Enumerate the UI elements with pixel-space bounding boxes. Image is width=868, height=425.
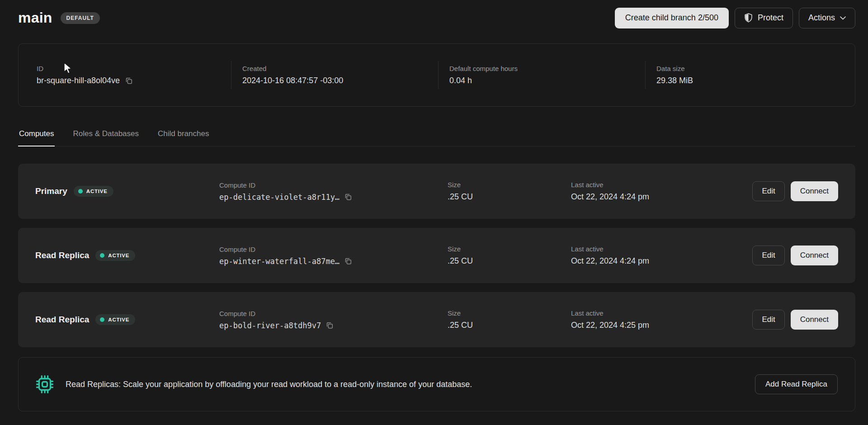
actions-label: Actions	[808, 13, 835, 23]
data-size-value: 29.38 MiB	[656, 76, 855, 85]
compute-name-group: Primary ACTIVE	[35, 186, 219, 197]
protect-button[interactable]: Protect	[735, 8, 793, 28]
branch-title-group: main DEFAULT	[18, 9, 100, 26]
tab-child-branches[interactable]: Child branches	[157, 129, 210, 146]
connect-button[interactable]: Connect	[791, 246, 838, 265]
computes-list: Primary ACTIVE Compute ID ep-delicate-vi…	[18, 164, 855, 347]
tab-computes[interactable]: Computes	[18, 129, 55, 146]
last-active-cell: Last active Oct 22, 2024 4:24 pm	[571, 181, 752, 202]
last-active-value: Oct 22, 2024 4:24 pm	[571, 192, 752, 202]
last-active-value: Oct 22, 2024 4:25 pm	[571, 321, 752, 330]
last-active-value: Oct 22, 2024 4:24 pm	[571, 256, 752, 266]
compute-id-label: Compute ID	[219, 246, 448, 253]
add-read-replica-button[interactable]: Add Read Replica	[755, 374, 838, 394]
read-replica-banner: Read Replicas: Scale your application by…	[18, 357, 855, 411]
compute-name-group: Read Replica ACTIVE	[35, 250, 219, 261]
status-label: ACTIVE	[108, 317, 129, 322]
compute-id-cell: Compute ID ep-delicate-violet-a8r11y…	[219, 181, 448, 202]
compute-hours-value: 0.04 h	[449, 76, 645, 85]
page-title: main	[18, 9, 52, 26]
compute-id-cell: Compute ID ep-winter-waterfall-a87me…	[219, 246, 448, 266]
compute-name: Primary	[35, 186, 67, 196]
status-dot-icon	[78, 189, 83, 194]
compute-id-label: Compute ID	[219, 310, 448, 317]
size-value: .25 CU	[448, 321, 571, 330]
compute-id-value: ep-winter-waterfall-a87me…	[219, 257, 340, 266]
create-child-branch-label: Create child branch 2/500	[625, 13, 718, 23]
compute-id-label: Compute ID	[219, 181, 448, 189]
last-active-cell: Last active Oct 22, 2024 4:24 pm	[571, 245, 752, 266]
size-cell: Size .25 CU	[448, 309, 571, 330]
branch-id-value: br-square-hill-a8ol04ve	[37, 76, 120, 85]
copy-icon[interactable]	[344, 257, 352, 265]
edit-button[interactable]: Edit	[752, 181, 784, 201]
size-cell: Size .25 CU	[448, 245, 571, 266]
tab-bar: Computes Roles & Databases Child branche…	[18, 129, 855, 146]
create-child-branch-button[interactable]: Create child branch 2/500	[615, 8, 729, 28]
data-size-field: Data size 29.38 MiB	[646, 65, 855, 85]
compute-row-read-replica-1: Read Replica ACTIVE Compute ID ep-winter…	[18, 228, 855, 283]
status-badge: ACTIVE	[95, 314, 135, 325]
protect-label: Protect	[758, 13, 783, 23]
created-value: 2024-10-16 08:47:57 -03:00	[242, 76, 438, 85]
status-label: ACTIVE	[108, 253, 129, 258]
row-actions: Edit Connect	[752, 181, 838, 201]
data-size-label: Data size	[656, 65, 855, 72]
shield-icon	[744, 13, 753, 23]
compute-name: Read Replica	[35, 315, 89, 325]
connect-button[interactable]: Connect	[791, 181, 838, 201]
size-value: .25 CU	[448, 256, 571, 266]
status-badge: ACTIVE	[74, 186, 113, 197]
default-badge: DEFAULT	[61, 12, 100, 24]
compute-hours-field: Default compute hours 0.04 h	[439, 65, 645, 85]
top-bar: main DEFAULT Create child branch 2/500 P…	[18, 7, 855, 28]
branch-page: main DEFAULT Create child branch 2/500 P…	[0, 0, 868, 411]
cpu-chip-icon	[36, 375, 54, 394]
compute-id-value: ep-delicate-violet-a8r11y…	[219, 193, 340, 202]
branch-info-card: ID br-square-hill-a8ol04ve Created 2024-…	[18, 43, 855, 107]
last-active-label: Last active	[571, 309, 752, 317]
compute-id-value: ep-bold-river-a8tdh9v7	[219, 321, 321, 330]
compute-row-read-replica-2: Read Replica ACTIVE Compute ID ep-bold-r…	[18, 292, 855, 347]
toolbar: Create child branch 2/500 Protect Action…	[615, 8, 855, 28]
status-badge: ACTIVE	[95, 250, 135, 261]
chevron-down-icon	[840, 16, 846, 20]
last-active-cell: Last active Oct 22, 2024 4:25 pm	[571, 309, 752, 330]
copy-icon[interactable]	[125, 77, 133, 85]
compute-name: Read Replica	[35, 250, 89, 260]
size-label: Size	[448, 245, 571, 253]
size-label: Size	[448, 309, 571, 317]
compute-name-group: Read Replica ACTIVE	[35, 314, 219, 325]
last-active-label: Last active	[571, 181, 752, 189]
banner-message: Read Replicas: Scale your application by…	[66, 380, 472, 389]
status-label: ACTIVE	[86, 189, 108, 194]
status-dot-icon	[100, 253, 104, 258]
tab-roles-databases[interactable]: Roles & Databases	[72, 129, 140, 146]
size-cell: Size .25 CU	[448, 181, 571, 202]
compute-id-cell: Compute ID ep-bold-river-a8tdh9v7	[219, 310, 448, 330]
status-dot-icon	[100, 317, 104, 322]
created-label: Created	[242, 65, 438, 72]
edit-button[interactable]: Edit	[752, 246, 784, 265]
size-label: Size	[448, 181, 571, 189]
connect-button[interactable]: Connect	[791, 310, 838, 330]
copy-icon[interactable]	[344, 193, 352, 201]
compute-hours-label: Default compute hours	[449, 65, 645, 72]
last-active-label: Last active	[571, 245, 752, 253]
copy-icon[interactable]	[326, 321, 334, 330]
compute-row-primary: Primary ACTIVE Compute ID ep-delicate-vi…	[18, 164, 855, 219]
branch-id-label: ID	[37, 65, 231, 72]
row-actions: Edit Connect	[752, 310, 838, 330]
size-value: .25 CU	[448, 192, 571, 202]
actions-button[interactable]: Actions	[799, 8, 855, 28]
branch-id-field: ID br-square-hill-a8ol04ve	[37, 65, 231, 85]
row-actions: Edit Connect	[752, 246, 838, 265]
created-field: Created 2024-10-16 08:47:57 -03:00	[231, 65, 438, 85]
edit-button[interactable]: Edit	[752, 310, 784, 330]
